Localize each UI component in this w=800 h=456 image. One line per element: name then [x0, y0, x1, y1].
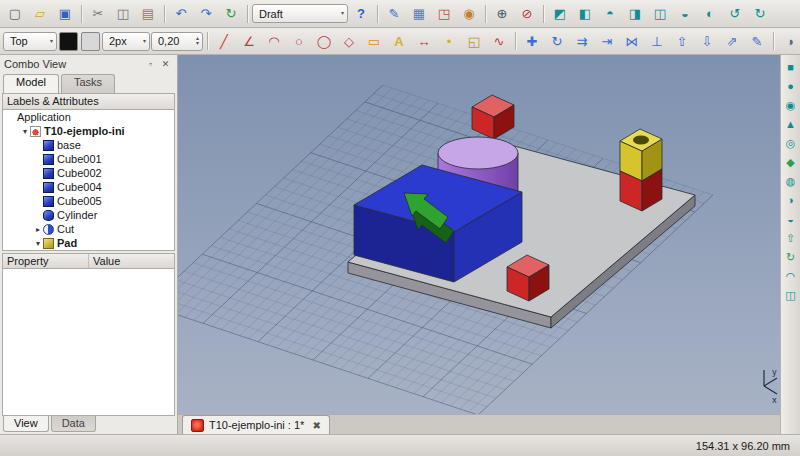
tab-tasks[interactable]: Tasks — [61, 74, 115, 93]
zoom-fit-all-button[interactable]: ⊕ — [490, 3, 514, 25]
view-front-button[interactable]: ◧ — [573, 3, 597, 25]
toggle-grid-button[interactable]: ▦ — [407, 3, 431, 25]
paste-button[interactable]: ▤ — [136, 3, 160, 25]
workbench-selector[interactable]: Draft▾ — [252, 4, 348, 23]
redo-button[interactable]: ↷ — [194, 3, 218, 25]
face-color-button[interactable] — [81, 32, 100, 51]
view-left-button[interactable]: ◐ — [698, 3, 722, 25]
new-document-button[interactable]: ▢ — [3, 3, 27, 25]
part-torus-button[interactable]: ◎ — [783, 136, 799, 151]
draft-circle-button[interactable]: ○ — [287, 30, 311, 52]
tree-item-t10-ejemplo-ini[interactable]: ▾T10-ejemplo-ini — [3, 124, 174, 138]
revolve-button[interactable]: ↻ — [783, 250, 799, 265]
document-tab[interactable]: T10-ejemplo-ini : 1* ✖ — [182, 415, 330, 434]
draft-upgrade-button[interactable]: ⇧ — [670, 30, 694, 52]
rotate-view-right-button[interactable]: ↻ — [748, 3, 772, 25]
snap-toggle-button[interactable]: ◉ — [457, 3, 481, 25]
draft-polygon-button[interactable]: ◇ — [337, 30, 361, 52]
draft-edit-button[interactable]: ✎ — [745, 30, 769, 52]
draft-facebinder-button[interactable]: ◱ — [462, 30, 486, 52]
view-top-button[interactable]: ◓ — [598, 3, 622, 25]
part-cone-icon: ▲ — [785, 119, 796, 130]
fillet-button[interactable]: ◠ — [783, 269, 799, 284]
draft-offset-button[interactable]: ⇉ — [570, 30, 594, 52]
draft-downgrade-button[interactable]: ⇩ — [695, 30, 719, 52]
tree-item-cube005[interactable]: Cube005 — [3, 194, 174, 208]
mirror-button[interactable]: ◫ — [783, 288, 799, 303]
tree-item-cut[interactable]: ▸Cut — [3, 222, 174, 236]
tree-item-cube004[interactable]: Cube004 — [3, 180, 174, 194]
chevron-down-icon[interactable]: ▾ — [20, 127, 30, 136]
draft-set-style-button[interactable]: ✎ — [382, 3, 406, 25]
draft-point-button[interactable]: • — [437, 30, 461, 52]
working-plane-selector[interactable]: Top▾ — [3, 32, 57, 51]
model-tree[interactable]: Application▾T10-ejemplo-inibaseCube001Cu… — [2, 110, 175, 251]
float-panel-icon[interactable]: ▫ — [143, 56, 158, 71]
whats-this-icon: ? — [357, 7, 365, 20]
whats-this-button[interactable]: ? — [349, 3, 373, 25]
draft-polyline-button[interactable]: ∠ — [237, 30, 261, 52]
boolean-union-button[interactable]: ◍ — [783, 174, 799, 189]
save-button[interactable]: ▣ — [53, 3, 77, 25]
toggle-display-mode-button[interactable]: ◑ — [778, 30, 800, 52]
draft-rotate-button[interactable]: ↻ — [545, 30, 569, 52]
draft-split-button[interactable]: ⊥ — [645, 30, 669, 52]
tree-item-pad[interactable]: ▾Pad — [3, 236, 174, 250]
boolean-intersection-button[interactable]: ◒ — [783, 212, 799, 227]
undo-icon: ↶ — [176, 7, 187, 20]
draft-ellipse-button[interactable]: ◯ — [312, 30, 336, 52]
tree-item-cube002[interactable]: Cube002 — [3, 166, 174, 180]
tab-view[interactable]: View — [3, 416, 49, 432]
cut-button[interactable]: ✂ — [86, 3, 110, 25]
refresh-button[interactable]: ↻ — [219, 3, 243, 25]
tab-data[interactable]: Data — [51, 416, 96, 432]
part-cylinder-button[interactable]: ● — [783, 79, 799, 94]
part-box-button[interactable]: ■ — [783, 60, 799, 75]
tree-item-application[interactable]: Application — [3, 110, 174, 124]
draft-bspline-button[interactable]: ∿ — [487, 30, 511, 52]
copy-button[interactable]: ◫ — [111, 3, 135, 25]
line-color-button[interactable] — [59, 32, 78, 51]
tab-model[interactable]: Model — [3, 74, 59, 93]
working-plane-button[interactable]: ◳ — [432, 3, 456, 25]
draft-rectangle-button[interactable]: ▭ — [362, 30, 386, 52]
value-column-header[interactable]: Value — [89, 254, 174, 268]
extrude-button[interactable]: ⇧ — [783, 231, 799, 246]
draft-line-button[interactable]: ╱ — [212, 30, 236, 52]
rotate-view-left-button[interactable]: ↺ — [723, 3, 747, 25]
part-sphere-button[interactable]: ◉ — [783, 98, 799, 113]
tree-item-sketch[interactable]: Sketch — [3, 250, 174, 251]
close-document-icon[interactable]: ✖ — [312, 420, 320, 431]
draft-text-button[interactable]: A — [387, 30, 411, 52]
open-file-button[interactable]: ▱ — [28, 3, 52, 25]
chevron-down-icon[interactable]: ▾ — [33, 239, 43, 248]
property-table-body[interactable] — [2, 269, 175, 416]
view-right-button[interactable]: ◨ — [623, 3, 647, 25]
draft-trimex-button[interactable]: ⇥ — [595, 30, 619, 52]
draft-move-button[interactable]: ✚ — [520, 30, 544, 52]
draw-style-button[interactable]: ⊘ — [515, 3, 539, 25]
draft-arc-button[interactable]: ◠ — [262, 30, 286, 52]
scale-input[interactable]: 0,20▴▾ — [151, 32, 203, 51]
view-axonometric-button[interactable]: ◩ — [548, 3, 572, 25]
view-bottom-button[interactable]: ◒ — [673, 3, 697, 25]
labels-attributes-header[interactable]: Labels & Attributes — [2, 93, 175, 110]
view-rear-button[interactable]: ◫ — [648, 3, 672, 25]
boolean-cut-button[interactable]: ◑ — [783, 193, 799, 208]
part-cone-button[interactable]: ▲ — [783, 117, 799, 132]
object-yellow-tower[interactable] — [620, 129, 662, 211]
chevron-right-icon[interactable]: ▸ — [33, 225, 43, 234]
undo-button[interactable]: ↶ — [169, 3, 193, 25]
shape-builder-button[interactable]: ◆ — [783, 155, 799, 170]
tree-item-cylinder[interactable]: Cylinder — [3, 208, 174, 222]
close-panel-icon[interactable]: ✕ — [158, 56, 173, 71]
line-width-selector[interactable]: 2px▾ — [102, 32, 150, 51]
3d-viewport[interactable]: x y — [178, 55, 780, 414]
draft-dimension-button[interactable]: ↔ — [412, 30, 436, 52]
tree-item-base[interactable]: base — [3, 138, 174, 152]
draft-join-button[interactable]: ⋈ — [620, 30, 644, 52]
property-column-header[interactable]: Property — [3, 254, 89, 268]
freecad-window: ▢▱▣✂◫▤↶↷↻Draft▾?✎▦◳◉⊕⊘◩◧◓◨◫◒◐↺↻ Top▾2px▾… — [0, 0, 800, 456]
draft-scale-button[interactable]: ⇗ — [720, 30, 744, 52]
tree-item-cube001[interactable]: Cube001 — [3, 152, 174, 166]
